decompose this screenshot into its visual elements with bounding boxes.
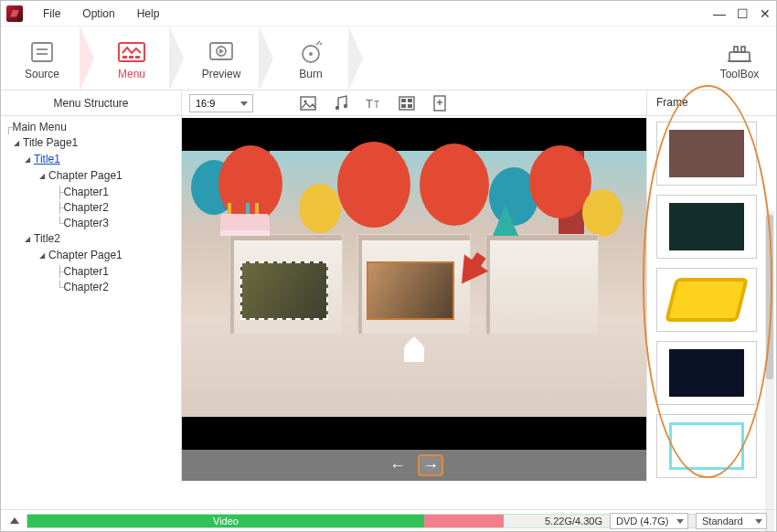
step-burn-label: Burn xyxy=(270,68,352,80)
svg-rect-25 xyxy=(401,99,406,102)
prev-page-button[interactable]: ← xyxy=(385,454,410,476)
frame-item-4[interactable] xyxy=(656,341,757,405)
menu-structure-tree[interactable]: ┌Main Menu Title Page1 Title1 Chapter Pa… xyxy=(1,116,181,299)
save-template-icon[interactable] xyxy=(429,93,451,113)
svg-point-21 xyxy=(344,103,347,107)
frame-item-3[interactable] xyxy=(656,268,757,332)
step-preview[interactable]: Preview xyxy=(180,37,262,80)
preview-toolbar: 16:9 TT xyxy=(182,90,646,116)
frame-item-2[interactable] xyxy=(656,195,757,259)
capacity-size-text: 5.22G/4.30G xyxy=(545,516,602,527)
canvas-wrap: MY DISC ← → xyxy=(182,116,646,484)
svg-rect-26 xyxy=(408,99,412,102)
svg-rect-0 xyxy=(32,43,52,61)
svg-rect-16 xyxy=(741,47,745,52)
frame-list[interactable] xyxy=(647,116,776,484)
frame-item-5[interactable] xyxy=(656,414,757,478)
source-icon xyxy=(1,37,83,68)
app-icon xyxy=(6,5,23,22)
svg-line-12 xyxy=(316,41,320,45)
tree-chapter3-a[interactable]: └Chapter3 xyxy=(56,216,177,231)
chapter-thumbnail-2[interactable] xyxy=(367,261,454,320)
menu-canvas[interactable]: MY DISC xyxy=(182,118,646,450)
tree-title2[interactable]: Title2 xyxy=(25,231,177,248)
tree-chapter1-b[interactable]: ├Chapter1 xyxy=(56,264,177,280)
tree-title1[interactable]: Title1 xyxy=(25,152,177,168)
svg-point-11 xyxy=(309,52,313,56)
step-tabs: Source Menu Preview Burn ToolBox xyxy=(1,27,776,90)
preview-panel: 16:9 TT xyxy=(182,90,646,484)
aspect-ratio-select[interactable]: 16:9 xyxy=(189,94,253,112)
svg-rect-4 xyxy=(122,56,127,59)
frame-panel: Frame xyxy=(646,90,776,484)
toolbox-icon xyxy=(703,37,776,68)
scene: MY DISC xyxy=(182,151,646,417)
tree-chapter-page1-b[interactable]: Chapter Page1 xyxy=(39,248,177,264)
disc-type-select[interactable]: DVD (4.7G) xyxy=(610,513,688,529)
svg-point-20 xyxy=(335,105,339,109)
toolbox-label: ToolBox xyxy=(703,68,776,80)
preview-icon xyxy=(180,37,262,68)
tree-panel: Menu Structure ┌Main Menu Title Page1 Ti… xyxy=(1,90,182,484)
step-source-label: Source xyxy=(1,68,83,80)
tree-header: Menu Structure xyxy=(1,90,181,116)
chapter-thumbnail-1[interactable] xyxy=(240,261,328,320)
page-nav-strip: ← → xyxy=(182,450,646,481)
svg-text:T: T xyxy=(366,97,373,111)
svg-rect-28 xyxy=(408,104,412,108)
menu-option[interactable]: Option xyxy=(71,7,125,20)
toolbox-button[interactable]: ToolBox xyxy=(703,37,776,80)
quality-select[interactable]: Standard xyxy=(696,513,767,529)
text-tool-icon[interactable]: TT xyxy=(363,93,385,113)
capacity-used-video: Video xyxy=(27,515,424,527)
menu-file[interactable]: File xyxy=(32,7,71,20)
svg-rect-14 xyxy=(729,52,750,61)
cake-decoration xyxy=(220,214,270,236)
window-controls: — ☐ ✕ xyxy=(713,6,771,21)
next-page-button[interactable]: → xyxy=(418,454,443,476)
home-button-overlay[interactable] xyxy=(404,346,424,362)
tree-chapter2-b[interactable]: └Chapter2 xyxy=(56,280,177,295)
close-button[interactable]: ✕ xyxy=(760,6,771,21)
menu-help[interactable]: Help xyxy=(126,7,171,20)
maximize-button[interactable]: ☐ xyxy=(737,6,749,21)
letterbox-bottom xyxy=(182,417,646,450)
image-tool-icon[interactable] xyxy=(297,93,319,113)
minimize-button[interactable]: — xyxy=(713,6,726,21)
tree-chapter2-a[interactable]: ├Chapter2 xyxy=(56,200,177,216)
svg-marker-9 xyxy=(219,48,224,54)
tree-chapter1-a[interactable]: ├Chapter1 xyxy=(56,185,177,200)
frame-header: Frame xyxy=(647,90,776,116)
party-hat-decoration xyxy=(493,205,518,236)
step-burn[interactable]: Burn xyxy=(270,37,352,80)
music-tool-icon[interactable] xyxy=(330,93,352,113)
step-menu[interactable]: Menu xyxy=(90,37,173,80)
svg-text:T: T xyxy=(374,100,379,110)
step-menu-label: Menu xyxy=(90,68,173,80)
svg-rect-5 xyxy=(129,56,133,59)
svg-point-19 xyxy=(303,100,306,102)
svg-rect-27 xyxy=(401,104,406,108)
step-source[interactable]: Source xyxy=(1,37,83,80)
menu-icon xyxy=(90,37,173,68)
chapter-tool-icon[interactable] xyxy=(396,93,418,113)
svg-line-13 xyxy=(320,43,322,45)
tree-title-page1[interactable]: Title Page1 xyxy=(14,135,177,152)
frame-scrollbar[interactable] xyxy=(765,211,774,532)
tree-chapter-page1-a[interactable]: Chapter Page1 xyxy=(39,168,177,185)
svg-rect-15 xyxy=(734,47,738,52)
step-preview-label: Preview xyxy=(180,68,262,80)
menu-bar: File Option Help — ☐ ✕ xyxy=(1,1,776,27)
svg-rect-18 xyxy=(301,97,315,110)
tree-main-menu[interactable]: ┌Main Menu xyxy=(5,120,177,135)
status-bar: Video 5.22G/4.30G DVD (4.7G) Standard xyxy=(1,509,776,531)
capacity-overflow xyxy=(424,515,504,527)
frame-item-1[interactable] xyxy=(656,122,757,186)
burn-icon xyxy=(270,37,352,68)
expand-toggle-icon[interactable] xyxy=(10,517,19,524)
main-area: Menu Structure ┌Main Menu Title Page1 Ti… xyxy=(1,90,776,484)
svg-rect-6 xyxy=(135,56,140,59)
